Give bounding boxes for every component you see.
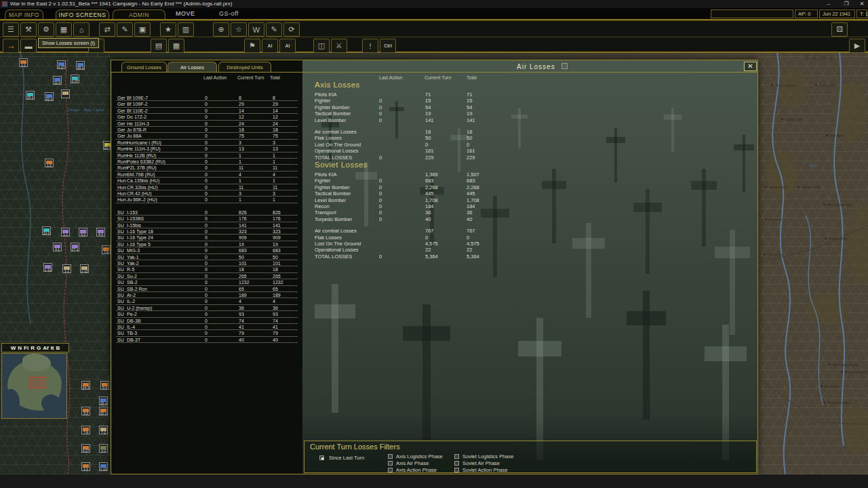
filter-checkbox-soviet-action-phase[interactable]	[454, 468, 459, 472]
axis-losses-title: Axis Losses	[315, 81, 360, 89]
town-dot	[823, 203, 825, 205]
show-units-button[interactable]: ◫	[313, 39, 330, 53]
filter-checkbox-soviet-air-phase[interactable]	[454, 461, 459, 466]
unit-counter[interactable]: 22-1	[99, 407, 108, 415]
victory-button[interactable]: ★	[160, 22, 176, 37]
message-box[interactable]	[711, 9, 793, 18]
reload-button[interactable]: ⟳	[283, 22, 300, 37]
units-button[interactable]: ⚒	[20, 22, 37, 37]
filter-checkbox-soviet-logistics-phase[interactable]	[454, 454, 459, 459]
minimap-viewport[interactable]	[29, 377, 45, 388]
rivers-graphic	[758, 53, 868, 474]
menu-tab-admin[interactable]: ADMIN	[113, 9, 165, 19]
filter-checkbox-axis-air-phase[interactable]	[388, 461, 393, 466]
unit-counter[interactable]: 1-1	[62, 264, 71, 273]
aircraft-row-rum-pzl-37b-ru: RumPZL 37B (RU)01111	[116, 165, 298, 171]
dialog-close-button[interactable]: ✕	[744, 62, 757, 71]
unit-counter[interactable]: 16-1	[99, 396, 108, 405]
unit-counter[interactable]: 3-37	[71, 75, 79, 83]
nation-toggle-fi[interactable]: Fi	[24, 345, 28, 351]
dice-button[interactable]: ⚄	[831, 22, 848, 37]
unit-counter[interactable]: 1-1	[19, 58, 28, 67]
unit-counter[interactable]: 7-9	[102, 245, 111, 254]
dialog-tab-ground-losses[interactable]: Ground Losses	[121, 62, 167, 72]
unit-counter[interactable]: 7-2	[99, 426, 108, 434]
unit-counter[interactable]: 1-12	[80, 264, 89, 273]
unit-counter[interactable]: 39-2	[76, 61, 85, 70]
unit-counter[interactable]: 0-27	[57, 60, 66, 69]
city-production-button[interactable]: ⌂	[73, 22, 90, 37]
nation-toggle-af[interactable]: Af	[43, 345, 48, 351]
since-last-turn-radio[interactable]	[319, 455, 324, 460]
ctrl-button[interactable]: Ctrl	[380, 39, 396, 53]
maximize-button[interactable]: ❐	[840, 0, 853, 8]
minimap[interactable]	[1, 353, 67, 419]
order-of-battle-button[interactable]: ▥	[178, 22, 194, 37]
witepedia-button[interactable]: W	[248, 22, 264, 37]
commanders-report-button[interactable]: ▦	[56, 22, 72, 37]
game-map-right[interactable]	[758, 53, 868, 474]
loss-row-total-losses: TOTAL LOSSES0229229	[302, 155, 757, 161]
unit-counter[interactable]: 14-3	[81, 381, 90, 390]
unit-counter[interactable]: 10-0	[42, 226, 51, 235]
unit-counter[interactable]: 1-12	[99, 462, 108, 471]
favorites-button[interactable]: ☆	[231, 22, 247, 37]
filter-checkbox-axis-logistics-phase[interactable]	[388, 454, 393, 459]
loss-row-level-bomber: Level Bomber0141141	[302, 117, 757, 123]
next-phase-button[interactable]: →	[3, 39, 19, 53]
menu-tab-map-info[interactable]: MAP INFO	[5, 9, 43, 19]
close-window-button[interactable]: ✕	[855, 0, 868, 8]
unit-counter[interactable]: 1-1	[61, 228, 70, 237]
copy-note-button[interactable]: ▣	[134, 22, 151, 37]
aircraft-row-rum-sm-79b-ru: RumSM.79B (RU)044	[116, 171, 298, 178]
unit-counter[interactable]: 7-9	[81, 426, 90, 434]
unit-counter[interactable]: 11-0	[53, 76, 62, 85]
end-turn-button[interactable]: ▶	[849, 39, 865, 53]
unit-counter[interactable]: 1-12	[43, 263, 52, 272]
ai-assist-button[interactable]: AI	[279, 39, 296, 53]
jump-map-button[interactable]: ⇄	[99, 22, 115, 37]
dialog-tab-destroyed-units[interactable]: Destroyed Units	[218, 62, 271, 72]
unit-counter[interactable]: 20-1	[45, 92, 54, 101]
game-screen: War in the East 2 v 1.02.51_Beta *** 194…	[0, 0, 868, 488]
rail-transport-button[interactable]: ▬	[20, 39, 37, 53]
ai-combat-button[interactable]: AI	[262, 39, 278, 53]
unit-counter[interactable]: 0-3	[100, 381, 109, 390]
unit-counter[interactable]: 1-1	[81, 462, 90, 471]
unit-counter[interactable]: 1-2	[45, 159, 54, 167]
unit-counter[interactable]: 5-2	[79, 228, 87, 237]
unit-counter[interactable]: 3-2	[81, 407, 90, 415]
unit-counter[interactable]: 3-2	[99, 444, 108, 453]
unit-counter[interactable]: 15-1	[26, 91, 35, 100]
gs-toggle[interactable]: GS-off	[219, 10, 239, 17]
alert-button[interactable]: !	[362, 39, 378, 53]
rail-repair-button[interactable]: ▤	[151, 39, 167, 53]
nation-toggle-r[interactable]: R	[31, 345, 35, 351]
dialog-pin-icon[interactable]	[561, 63, 568, 69]
minimize-button[interactable]: –	[822, 0, 835, 8]
unit-counter[interactable]: 4-3	[96, 228, 105, 237]
flag-button[interactable]: ⚑	[244, 39, 260, 53]
unit-counter[interactable]: 3-27	[81, 444, 90, 453]
info-list-button[interactable]: ☰	[3, 22, 19, 37]
edit-note-button[interactable]: ✎	[117, 22, 133, 37]
map-label-ramodan: Ramodan	[769, 184, 787, 190]
menu-tab-info-screens[interactable]: INFO SCREENS	[56, 9, 109, 19]
depot-button[interactable]: ▦	[168, 39, 184, 53]
nation-toggle-it[interactable]: It	[51, 345, 54, 351]
show-battles-button[interactable]: ⚔	[331, 39, 347, 53]
globe-button[interactable]: ⊕	[213, 22, 229, 37]
unit-counter[interactable]	[61, 89, 70, 98]
nation-toggle-g[interactable]: G	[37, 345, 41, 351]
nation-toggle-b[interactable]: B	[56, 345, 60, 351]
settings-button[interactable]: ⚙	[38, 22, 54, 37]
dialog-tab-air-losses[interactable]: Air Losses	[167, 62, 217, 72]
nation-toggle-w[interactable]: W	[11, 345, 16, 351]
unit-counter[interactable]: 27-1	[71, 243, 79, 251]
unit-counter[interactable]: 4-1	[53, 243, 62, 251]
windows-taskbar: Type here to search ▲ 2 2 12°C Mostly su…	[0, 474, 868, 488]
nation-toggle-n[interactable]: N	[18, 345, 22, 351]
filter-checkbox-axis-action-phase[interactable]	[388, 468, 393, 472]
town-dot	[826, 134, 828, 136]
notes-button[interactable]: ✎	[266, 22, 282, 37]
